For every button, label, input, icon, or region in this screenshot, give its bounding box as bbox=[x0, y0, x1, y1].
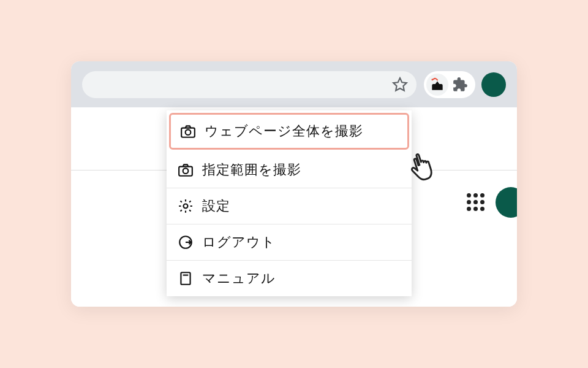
menu-item-capture-full-page[interactable]: ウェブページ全体を撮影 bbox=[169, 113, 409, 150]
menu-label: 設定 bbox=[202, 197, 230, 215]
menu-item-capture-selection[interactable]: 指定範囲を撮影 bbox=[167, 152, 412, 188]
browser-window: ウェブページ全体を撮影 指定範囲を撮影 設定 ログアウト bbox=[71, 61, 517, 307]
menu-label: ログアウト bbox=[202, 233, 276, 251]
browser-toolbar bbox=[71, 61, 517, 107]
svg-rect-8 bbox=[181, 272, 190, 285]
extension-logo-icon bbox=[429, 77, 445, 93]
extension-badge[interactable] bbox=[426, 74, 448, 96]
menu-item-settings[interactable]: 設定 bbox=[167, 188, 412, 224]
puzzle-icon[interactable] bbox=[452, 77, 468, 93]
page-avatar[interactable] bbox=[496, 187, 517, 218]
svg-point-1 bbox=[431, 79, 433, 80]
svg-marker-0 bbox=[393, 78, 407, 91]
svg-point-5 bbox=[183, 168, 189, 174]
profile-avatar[interactable] bbox=[481, 72, 506, 97]
menu-label: 指定範囲を撮影 bbox=[202, 161, 301, 179]
star-icon[interactable] bbox=[392, 77, 408, 93]
logout-icon bbox=[178, 234, 194, 250]
extension-dropdown-menu: ウェブページ全体を撮影 指定範囲を撮影 設定 ログアウト bbox=[167, 110, 412, 296]
apps-grid-icon[interactable] bbox=[467, 193, 485, 212]
menu-item-manual[interactable]: マニュアル bbox=[167, 261, 412, 296]
cursor-pointer-icon bbox=[404, 146, 442, 184]
gear-icon bbox=[178, 198, 194, 214]
svg-point-3 bbox=[186, 129, 191, 135]
camera-icon bbox=[178, 162, 194, 178]
address-bar[interactable] bbox=[82, 71, 417, 98]
book-icon bbox=[178, 270, 194, 286]
menu-item-logout[interactable]: ログアウト bbox=[167, 224, 412, 261]
extension-pill bbox=[424, 71, 475, 98]
menu-label: ウェブページ全体を撮影 bbox=[205, 122, 363, 140]
camera-icon bbox=[180, 123, 196, 139]
menu-label: マニュアル bbox=[202, 269, 276, 288]
svg-point-6 bbox=[184, 204, 188, 209]
